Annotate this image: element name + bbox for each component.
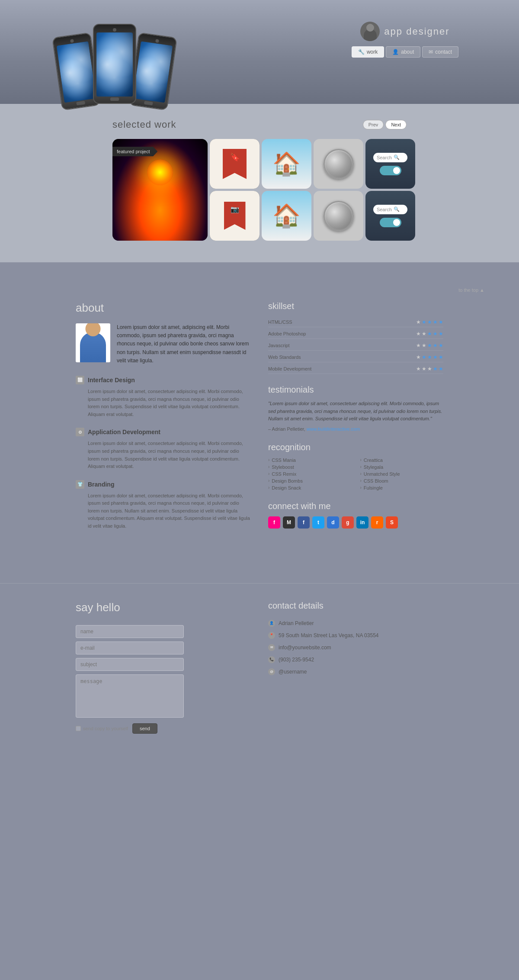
- contact-phone-row: 📞 (903) 235-9542: [268, 656, 443, 664]
- profile-head: [86, 323, 101, 336]
- testimonial-author: – Adrian Pelletier, www.buildinteractive…: [268, 426, 443, 432]
- to-top-button[interactable]: to the top ▲: [458, 287, 484, 293]
- name-input[interactable]: [76, 625, 184, 638]
- skill-stars-0: ★ ★ ★ ★ ★: [416, 319, 443, 325]
- location-icon: 📍: [268, 632, 275, 639]
- star: ★: [433, 342, 438, 348]
- house-icon-2: 🏠: [262, 191, 311, 241]
- social-linkedin[interactable]: in: [356, 516, 368, 529]
- dial-item-1[interactable]: [314, 139, 363, 189]
- rec-label-1: Creattica: [364, 458, 383, 463]
- dial-item-2[interactable]: [314, 191, 363, 241]
- social-stumbleupon[interactable]: S: [386, 516, 398, 529]
- toggle-2: [380, 218, 401, 227]
- dial-circle-2: [324, 201, 354, 231]
- social-myspace[interactable]: M: [283, 516, 295, 529]
- nav-contact-label: contact: [435, 49, 452, 55]
- work-grid: featured project 🔖 🏠: [112, 139, 407, 241]
- message-send-row: [76, 674, 251, 721]
- search-widget-2[interactable]: Search 🔍: [365, 191, 415, 241]
- star: ★: [439, 366, 443, 372]
- subject-input[interactable]: [76, 658, 184, 671]
- form-bottom-row: send copy to yourself send: [76, 723, 251, 734]
- social-flickr[interactable]: f: [268, 516, 280, 529]
- rec-label-3: Stylegala: [364, 464, 383, 470]
- skill-stars-3: ★ ★ ★ ★ ★: [416, 354, 443, 360]
- email-input[interactable]: [76, 642, 184, 654]
- bookmark-item-2[interactable]: 📷: [210, 191, 260, 241]
- about-title: about: [76, 301, 251, 315]
- dial-icon-1: [314, 139, 363, 189]
- star: ★: [416, 366, 421, 372]
- skills-list: HTML/CSS ★ ★ ★ ★ ★ Adobe Photoshop ★ ★ ★: [268, 319, 443, 374]
- author-name: – Adrian Pelletier,: [268, 426, 305, 432]
- house-item-2[interactable]: 🏠: [262, 191, 311, 241]
- header-right: app designer 🔧 work 👤 about ✉ contact: [352, 22, 458, 58]
- person-icon: 👤: [268, 620, 275, 627]
- social-delicious[interactable]: d: [327, 516, 339, 529]
- message-textarea[interactable]: [76, 674, 184, 718]
- service-desc-3: Lorem ipsum dolor sit amet, consectetuer…: [88, 492, 251, 530]
- bio-text: Lorem ipsum dolor sit amet, adipiscing e…: [117, 323, 251, 365]
- star: ★: [422, 319, 426, 325]
- contact-left: say hello send copy to yourself send: [76, 601, 251, 734]
- nav-contact[interactable]: ✉ contact: [422, 46, 458, 58]
- about-section: about Lorem ipsum dolor sit amet, adipis…: [0, 297, 519, 566]
- prev-button[interactable]: Prev: [363, 120, 384, 129]
- nav-about[interactable]: 👤 about: [386, 46, 420, 58]
- skill-name-1: Adobe Photoshop: [268, 331, 306, 336]
- social-facebook[interactable]: f: [298, 516, 310, 529]
- rec-label-9: Fulsingle: [364, 485, 383, 490]
- send-copy-checkbox[interactable]: [76, 726, 81, 731]
- nav-work-label: work: [367, 49, 378, 55]
- arrow-icon: ›: [360, 464, 362, 469]
- rec-item-0: › CSS Mania: [268, 458, 352, 463]
- star: ★: [427, 366, 432, 372]
- skillset-title: skillset: [268, 301, 443, 311]
- house-item-1[interactable]: 🏠: [262, 139, 311, 189]
- social-google[interactable]: g: [342, 516, 354, 529]
- contact-email: info@yourwebsite.com: [279, 644, 331, 651]
- social-rss[interactable]: r: [371, 516, 383, 529]
- rec-label-6: Design Bombs: [272, 478, 303, 484]
- phone-button: [144, 101, 153, 106]
- testimonials-title: testimonials: [268, 385, 443, 395]
- send-button[interactable]: send: [132, 723, 157, 734]
- arrow-icon: ›: [268, 471, 269, 476]
- star: ★: [433, 354, 438, 360]
- skill-row-3: Web Standards ★ ★ ★ ★ ★: [268, 354, 443, 362]
- star: ★: [433, 366, 438, 372]
- skill-name-2: Javascript: [268, 343, 290, 348]
- skill-stars-1: ★ ★ ★ ★ ★: [416, 331, 443, 337]
- featured-item[interactable]: featured project: [112, 139, 208, 241]
- at-icon: @: [268, 668, 275, 675]
- rec-label-7: CSS Bloom: [364, 478, 388, 484]
- star: ★: [427, 331, 432, 337]
- star: ★: [439, 342, 443, 348]
- search-bar-2: Search 🔍: [373, 205, 407, 214]
- rec-item-8: › Design Snack: [268, 485, 352, 490]
- next-button[interactable]: Next: [385, 120, 407, 129]
- rec-item-6: › Design Bombs: [268, 478, 352, 484]
- search-widget-1[interactable]: Search 🔍: [365, 139, 415, 189]
- bookmark-icon-2: 📷: [210, 191, 260, 241]
- contact-name-row: 👤 Adrian Pelletier: [268, 619, 443, 627]
- about-grid: about Lorem ipsum dolor sit amet, adipis…: [76, 301, 443, 540]
- bookmark-item-1[interactable]: 🔖: [210, 139, 260, 189]
- service-title-row-2: ⚙ Application Development: [76, 428, 251, 436]
- contact-address-row: 📍 59 South Main Street Las Vegas, NA 035…: [268, 632, 443, 639]
- work-title: selected work: [112, 119, 176, 130]
- house-icon-1: 🏠: [262, 139, 311, 189]
- rec-item-7: › CSS Bloom: [360, 478, 444, 484]
- search-bar-1: Search 🔍: [373, 153, 407, 162]
- author-link[interactable]: www.buildinteractive.com: [307, 426, 360, 432]
- nav-work[interactable]: 🔧 work: [352, 46, 384, 58]
- star: ★: [433, 319, 438, 325]
- service-title-3: Branding: [88, 481, 114, 488]
- work-section: selected work Prev Next featured project…: [0, 104, 519, 262]
- arrow-icon: ›: [360, 458, 362, 462]
- connect-title: connect with me: [268, 501, 443, 511]
- service-branding: 👕 Branding Lorem ipsum dolor sit amet, c…: [76, 480, 251, 530]
- social-twitter[interactable]: t: [312, 516, 324, 529]
- toggle-1: [380, 166, 401, 175]
